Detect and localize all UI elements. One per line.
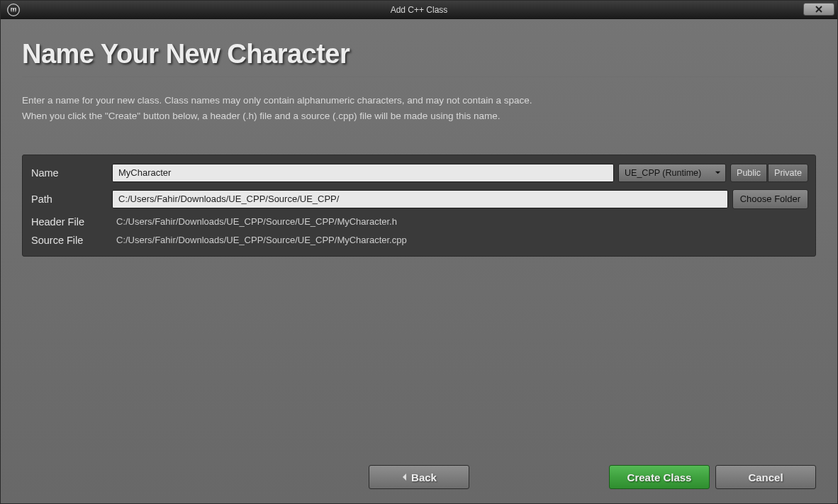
choose-folder-button[interactable]: Choose Folder [732,189,808,209]
visibility-toggle: Public Private [730,164,808,182]
header-file-label: Header File [30,216,108,228]
titlebar: Add C++ Class [1,1,837,19]
add-class-dialog: Add C++ Class Name Your New Character En… [0,0,838,504]
name-label: Name [30,167,108,179]
unreal-logo-icon [5,1,22,18]
source-file-label: Source File [30,235,108,246]
close-icon [815,6,823,13]
private-button[interactable]: Private [768,164,808,182]
create-class-button[interactable]: Create Class [609,465,710,489]
row-header-file: Header File C:/Users/Fahir/Downloads/UE_… [30,216,808,228]
back-button[interactable]: Back [369,465,469,489]
chevron-down-icon [715,169,721,176]
divider [22,77,816,77]
path-input[interactable] [112,190,728,208]
dialog-content: Name Your New Character Enter a name for… [1,19,837,503]
description-line: When you click the "Create" button below… [22,108,816,124]
cancel-button[interactable]: Cancel [715,465,816,489]
row-source-file: Source File C:/Users/Fahir/Downloads/UE_… [30,235,808,246]
page-title: Name Your New Character [22,39,816,69]
window-title: Add C++ Class [391,5,448,15]
close-button[interactable] [803,3,834,16]
description: Enter a name for your new class. Class n… [22,93,816,125]
module-dropdown-label: UE_CPP (Runtime) [625,168,701,178]
dialog-footer: Back Create Class Cancel [22,455,816,489]
module-dropdown[interactable]: UE_CPP (Runtime) [618,164,726,182]
row-path: Path Choose Folder [30,189,808,209]
name-input[interactable] [112,164,614,182]
public-button[interactable]: Public [730,164,767,182]
row-name: Name UE_CPP (Runtime) Public Private [30,164,808,182]
back-arrow-icon [401,471,408,483]
source-file-value: C:/Users/Fahir/Downloads/UE_CPP/Source/U… [112,235,407,245]
header-file-value: C:/Users/Fahir/Downloads/UE_CPP/Source/U… [112,216,397,227]
form-panel: Name UE_CPP (Runtime) Public Private Pat… [22,155,816,257]
path-label: Path [30,194,108,205]
description-line: Enter a name for your new class. Class n… [22,93,816,108]
